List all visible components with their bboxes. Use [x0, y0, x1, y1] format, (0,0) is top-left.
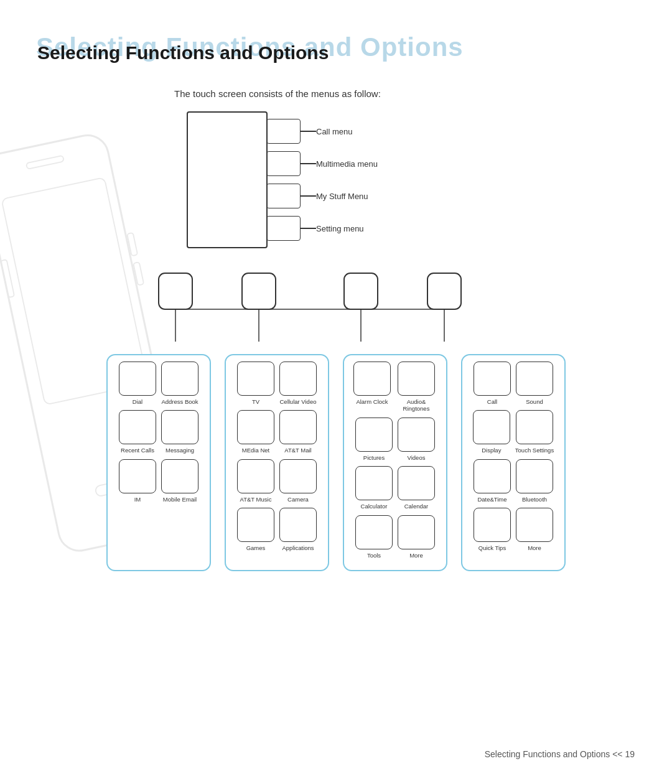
cell-box-quick-tips	[474, 508, 511, 542]
cell-call-settings: Call	[474, 362, 511, 405]
cell-box-audio-ringtones	[398, 362, 435, 396]
cell-att-mail: AT&T Mail	[279, 410, 317, 454]
row-4: Games Applications	[231, 508, 323, 551]
page-header: Selecting Functions and Options Selectin…	[0, 0, 672, 76]
cell-label-messaging: Messaging	[166, 447, 194, 454]
cell-box-im	[119, 459, 156, 493]
row-2: MEdia Net AT&T Mail	[231, 410, 323, 454]
cell-touch-settings: Touch Settings	[515, 410, 554, 454]
cell-box-date-time	[474, 459, 511, 493]
cell-display: Display	[473, 410, 510, 454]
cell-box-media-net	[237, 410, 274, 444]
cell-att-music: AT&T Music	[237, 459, 274, 503]
cell-recent-calls: Recent Calls	[119, 410, 156, 454]
cell-label-tools: Tools	[367, 552, 381, 559]
menu-list: Call menu Multimedia menu My Stuff Menu …	[266, 111, 378, 248]
cell-label-date-time: Date&Time	[477, 496, 506, 503]
cell-more-mystuff: More	[398, 515, 435, 559]
row-1: Call Sound	[467, 362, 559, 405]
cell-box-bluetooth	[516, 459, 553, 493]
cell-box-tools	[355, 515, 393, 549]
cell-box-alarm-clock	[353, 362, 391, 396]
cell-box-calculator	[355, 466, 393, 500]
svg-rect-7	[159, 273, 192, 309]
cell-audio-ringtones: Audio& Ringtones	[396, 362, 437, 413]
menu-label-settings: Setting menu	[316, 224, 364, 233]
cell-label-games: Games	[246, 544, 266, 551]
svg-rect-10	[427, 273, 461, 309]
menu-label-mystuff: My Stuff Menu	[316, 192, 368, 201]
cell-box-camera	[279, 459, 317, 493]
top-diagram: Call menu Multimedia menu My Stuff Menu …	[187, 111, 635, 248]
cell-box-recent-calls	[119, 410, 156, 444]
cell-label-quick-tips: Quick Tips	[478, 544, 506, 551]
row-1: Dial Address Book	[113, 362, 205, 405]
cell-bluetooth: Bluetooth	[516, 459, 553, 503]
cell-label-address-book: Address Book	[161, 398, 198, 405]
cell-box-att-music	[237, 459, 274, 493]
intro-text: The touch screen consists of the menus a…	[174, 88, 635, 99]
row-3: Calculator Calendar	[349, 466, 441, 510]
cell-camera: Camera	[279, 459, 317, 503]
cell-box-call-settings	[474, 362, 511, 396]
cell-calendar: Calendar	[398, 466, 435, 510]
cell-box-dial	[119, 362, 156, 396]
menu-item-multimedia: Multimedia menu	[266, 151, 378, 176]
menu-item-settings: Setting menu	[266, 216, 378, 241]
cell-label-more-settings: More	[528, 544, 541, 551]
row-3: AT&T Music Camera	[231, 459, 323, 503]
cell-box-mobile-email	[161, 459, 198, 493]
columns-container: Dial Address Book Recent Calls M	[37, 354, 635, 571]
row-1: TV Cellular Video	[231, 362, 323, 405]
cell-label-calculator: Calculator	[361, 503, 388, 510]
cell-date-time: Date&Time	[474, 459, 511, 503]
cell-label-videos: Videos	[408, 454, 426, 461]
row-3: Date&Time Bluetooth	[467, 459, 559, 503]
cell-label-recent-calls: Recent Calls	[121, 447, 154, 454]
screen-box	[187, 111, 268, 248]
cell-label-call-settings: Call	[487, 398, 497, 405]
cell-im: IM	[119, 459, 156, 503]
cell-media-net: MEdia Net	[237, 410, 274, 454]
cell-mobile-email: Mobile Email	[161, 459, 198, 503]
cell-tv: TV	[237, 362, 274, 405]
cell-label-tv: TV	[252, 398, 259, 405]
menu-label-multimedia: Multimedia menu	[316, 159, 378, 169]
cell-box-display	[473, 410, 510, 444]
cell-box-applications	[279, 508, 317, 542]
row-2: Recent Calls Messaging	[113, 410, 205, 454]
cell-label-touch-settings: Touch Settings	[515, 447, 554, 454]
cell-box-touch-settings	[516, 410, 553, 444]
svg-rect-9	[344, 273, 378, 309]
row-1: Alarm Clock Audio& Ringtones	[349, 362, 441, 413]
menu-item-call: Call menu	[266, 119, 378, 144]
cell-label-camera: Camera	[287, 496, 309, 503]
cell-label-media-net: MEdia Net	[242, 447, 269, 454]
cell-quick-tips: Quick Tips	[474, 508, 511, 551]
row-3: IM Mobile Email	[113, 459, 205, 503]
cell-box-more-mystuff	[398, 515, 435, 549]
menu-label-call: Call menu	[316, 127, 353, 136]
cell-label-calendar: Calendar	[404, 503, 429, 510]
column-multimedia: TV Cellular Video MEdia Net AT&T Mail	[225, 354, 329, 571]
cell-tools: Tools	[355, 515, 393, 559]
cell-label-att-mail: AT&T Mail	[284, 447, 311, 454]
cell-label-display: Display	[482, 447, 501, 454]
row-4: Quick Tips More	[467, 508, 559, 551]
cell-applications: Applications	[279, 508, 317, 551]
cell-label-mobile-email: Mobile Email	[163, 496, 197, 503]
cell-pictures: Pictures	[355, 418, 393, 461]
cell-box-address-book	[161, 362, 198, 396]
cell-label-more-mystuff: More	[409, 552, 423, 559]
svg-rect-8	[242, 273, 276, 309]
row-4: Tools More	[349, 515, 441, 559]
cell-box-sound	[516, 362, 553, 396]
cell-cellular-video: Cellular Video	[279, 362, 317, 405]
cell-messaging: Messaging	[161, 410, 198, 454]
cell-box-cellular-video	[279, 362, 317, 396]
cell-box-tv	[237, 362, 274, 396]
cell-box-pictures	[355, 418, 393, 452]
row-2: Pictures Videos	[349, 418, 441, 461]
column-settings: Call Sound Display Touch Settings	[461, 354, 566, 571]
svg-rect-2	[26, 156, 64, 169]
